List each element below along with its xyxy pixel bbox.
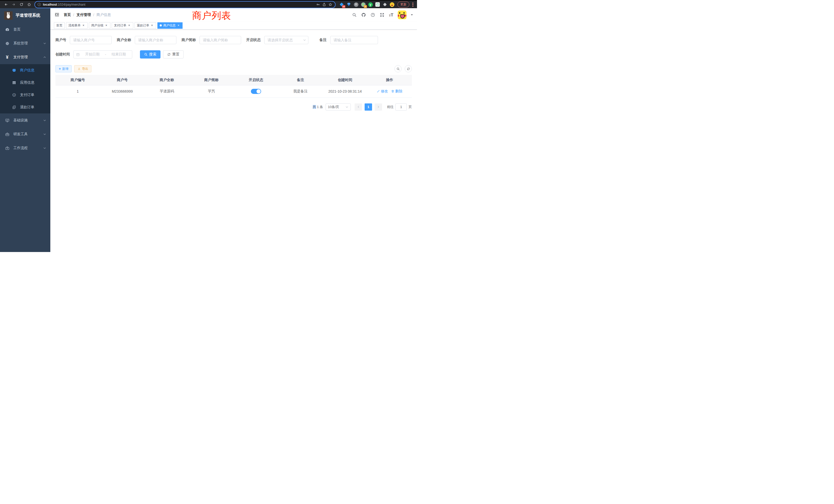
close-icon[interactable]: × — [177, 24, 180, 27]
status-select[interactable] — [264, 36, 308, 44]
sidebar-item-refund-order[interactable]: 退款订单 — [0, 101, 50, 113]
sidebar-item-app-info[interactable]: 应用信息 — [0, 76, 50, 89]
sidebar-item-workflow[interactable]: 工作流程 — [0, 141, 50, 155]
col-status: 开启状态 — [234, 75, 278, 85]
extension-gem-button[interactable] — [346, 2, 351, 7]
status-select-input[interactable] — [264, 36, 308, 44]
url-text[interactable]: localhost:1024/pay/merchant — [43, 3, 314, 6]
field-label: 商户简称 — [181, 38, 196, 42]
export-button[interactable]: 导出 — [74, 65, 91, 72]
github-button[interactable] — [361, 13, 366, 18]
field-full-name: 商户全称 — [117, 36, 176, 44]
chrome-menu-icon[interactable] — [412, 4, 413, 5]
gear-icon — [5, 41, 10, 46]
page-size-select[interactable] — [326, 104, 351, 111]
sidebar-item-payment[interactable]: ¥ 支付管理 — [0, 50, 50, 64]
page-number-1[interactable]: 1 — [365, 104, 372, 111]
tab-home[interactable]: 首页 — [54, 22, 65, 29]
browser-forward-button[interactable] — [10, 1, 17, 8]
sidebar-logo[interactable]: 芋道管理系统 — [0, 8, 50, 23]
browser-back-button[interactable] — [3, 1, 9, 8]
sidebar-item-devtools[interactable]: 研发工具 — [0, 127, 50, 141]
short-name-input[interactable] — [199, 36, 241, 44]
browser-home-button[interactable] — [26, 1, 32, 8]
refresh-table-button[interactable] — [405, 65, 412, 72]
app-frame: 芋道管理系统 首页 系统管理 ¥ 支付管理 — [0, 8, 417, 252]
yen-icon: ¥ — [5, 55, 10, 60]
password-key-button[interactable] — [316, 3, 320, 7]
tab-process-form[interactable]: 流程表单× — [66, 22, 88, 29]
table-toolbar: + 新增 导出 — [56, 65, 412, 72]
breadcrumb-home[interactable]: 首页 — [64, 13, 71, 17]
pagination: 共 1 条 1 前往 页 — [56, 104, 412, 111]
header-search-button[interactable] — [352, 13, 357, 18]
remark-input[interactable] — [330, 36, 378, 44]
status-toggle[interactable] — [251, 89, 261, 94]
reset-button[interactable]: 重置 — [163, 50, 183, 59]
page-content: 商户号 商户全称 商户简称 开启状态 — [50, 29, 417, 252]
prev-page-button[interactable] — [355, 104, 362, 111]
tab-label: 首页 — [56, 23, 62, 28]
address-bar[interactable]: i localhost:1024/pay/merchant — [35, 2, 335, 8]
pagination-goto: 前往 页 — [387, 104, 412, 111]
tab-pay-order[interactable]: 支付订单× — [112, 22, 133, 29]
add-button[interactable]: + 新增 — [56, 65, 72, 72]
breadcrumb-separator: / — [73, 13, 74, 17]
toggle-search-button[interactable] — [394, 65, 401, 72]
delete-link[interactable]: 删除 — [391, 89, 402, 94]
briefcase-icon — [5, 145, 10, 151]
extension-command-button[interactable]: ⌘ — [354, 2, 358, 7]
help-button[interactable] — [371, 13, 375, 18]
table-header-row: 商户编号 商户号 商户全称 商户简称 开启状态 备注 创建时间 操作 — [56, 75, 412, 85]
close-icon[interactable]: × — [150, 24, 154, 27]
profile-avatar-button[interactable] — [390, 2, 394, 7]
page-info-icon[interactable]: i — [38, 3, 41, 6]
chat-screen-icon — [375, 2, 380, 7]
sidebar-item-infra[interactable]: 基础设施 — [0, 113, 50, 127]
extension-y-button[interactable]: y — [368, 2, 373, 7]
reset-button-label: 重置 — [172, 52, 179, 57]
close-icon[interactable]: × — [105, 24, 108, 27]
page-size-value[interactable] — [326, 104, 351, 111]
breadcrumb-separator: / — [93, 13, 94, 17]
col-merchant-no: 商户号 — [100, 75, 145, 85]
tab-merchant-info[interactable]: 商户信息× — [157, 22, 182, 29]
tab-user-group[interactable]: 用户分组× — [89, 22, 110, 29]
sidebar-item-system[interactable]: 系统管理 — [0, 37, 50, 50]
font-size-small: T — [389, 14, 391, 17]
date-range-picker[interactable]: 开始日期 - 结束日期 — [73, 50, 132, 59]
edit-link[interactable]: 修改 — [377, 89, 388, 94]
next-page-button[interactable] — [375, 104, 382, 111]
sidebar-toggle-button[interactable] — [54, 12, 60, 18]
extension-tabs-button[interactable]: 10 — [339, 2, 344, 7]
search-button[interactable]: 搜索 — [140, 50, 160, 59]
extension-chat-button[interactable] — [375, 2, 380, 7]
fullscreen-icon — [380, 13, 385, 17]
merchant-no-input[interactable] — [70, 36, 112, 44]
bookmark-star-button[interactable] — [328, 3, 332, 7]
sidebar-item-pay-order[interactable]: ¥ 支付订单 — [0, 89, 50, 101]
extensions-menu-button[interactable] — [382, 2, 387, 7]
tab-refund-order[interactable]: 退款订单× — [135, 22, 156, 29]
close-icon[interactable]: × — [82, 24, 85, 27]
sidebar-item-merchant-info[interactable]: 商户信息 — [0, 64, 50, 76]
goto-page-input[interactable] — [395, 104, 407, 111]
share-button[interactable] — [322, 3, 326, 7]
url-host: localhost — [43, 3, 57, 6]
close-icon[interactable]: × — [127, 24, 131, 27]
chevron-down-icon — [43, 119, 46, 122]
full-name-input[interactable] — [135, 36, 176, 44]
font-size-button[interactable]: TT — [389, 13, 393, 17]
breadcrumb-payment[interactable]: 支付管理 — [76, 13, 91, 17]
user-avatar[interactable] — [398, 10, 407, 19]
extension-blob-button[interactable]: 1 — [361, 2, 366, 7]
chevron-down-icon — [43, 133, 46, 136]
avatar-caret-icon[interactable] — [411, 14, 413, 17]
search-button-label: 搜索 — [149, 52, 156, 57]
chrome-update-button[interactable]: 更新 — [397, 2, 409, 7]
tab-label: 支付订单 — [114, 23, 126, 28]
sidebar-item-home[interactable]: 首页 — [0, 23, 50, 37]
fullscreen-button[interactable] — [380, 13, 385, 18]
browser-reload-button[interactable] — [18, 1, 25, 8]
app-title: 芋道管理系统 — [16, 13, 40, 18]
